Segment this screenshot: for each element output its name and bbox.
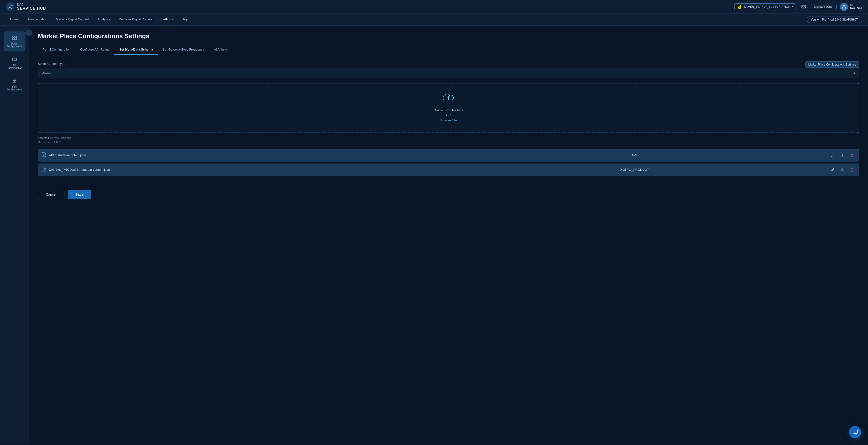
tab-portal-configuration[interactable]: Portal Configuration — [38, 45, 75, 55]
content-type-dropdown[interactable]: -None- ▾ — [38, 68, 859, 78]
svg-rect-15 — [12, 58, 17, 61]
logo-text: DAC SERVICE HUB — [17, 3, 46, 11]
svg-rect-11 — [12, 36, 14, 37]
nav-analytics[interactable]: Analytics — [93, 13, 115, 25]
svg-rect-12 — [15, 36, 17, 37]
sidebar-item-ui-customisation[interactable]: UICustomisation — [4, 53, 25, 73]
subscription-badge[interactable]: 💰 SILVER_YEARLY_SUBSCRIPTION ▾ — [734, 3, 796, 10]
delete-file-1-button[interactable] — [848, 152, 856, 159]
logo-icon — [6, 2, 14, 11]
drop-zone[interactable]: Drag & Drop file here OR Browse File — [38, 83, 859, 133]
tab-set-gateway-type-frequency[interactable]: Set Gateway Type Frequency — [158, 45, 209, 55]
user-greeting: Hi — [850, 3, 862, 6]
main-content: Market Place Configurations Settings Mar… — [29, 26, 868, 444]
file-icon-1 — [42, 152, 46, 158]
tabs: Portal Configuration Configure API Ratin… — [38, 45, 859, 55]
sso-configurations-icon — [11, 77, 18, 84]
sidebar-label-portal-configurations: PortalConfigurations — [6, 42, 22, 48]
download-file-1-button[interactable] — [839, 152, 846, 159]
svg-point-3 — [8, 8, 9, 9]
svg-point-19 — [14, 81, 15, 82]
max-file-size: Max file size: 2 MB — [38, 140, 859, 145]
page-title: Market Place Configurations Settings — [38, 32, 859, 40]
chevron-down-icon: ▾ — [854, 71, 855, 75]
drag-drop-text: Drag & Drop file here OR Browse File — [434, 108, 463, 123]
edit-file-1-button[interactable] — [829, 152, 836, 159]
main-nav-links: Home Administration Manage Digital Conte… — [6, 13, 192, 25]
upload-icon — [443, 93, 454, 105]
user-info: Hi Noel Vas — [850, 3, 862, 10]
button-row: Cancel Save — [38, 190, 859, 199]
top-bar-right: 💰 SILVER_YEARLY_SUBSCRIPTION ▾ DigitalAP… — [734, 3, 862, 11]
file-actions-2 — [829, 166, 856, 173]
logo-service-hub: SERVICE HUB — [17, 6, 46, 11]
nav-discover-digital-content[interactable]: Discover Digital Content — [115, 13, 157, 25]
chat-button[interactable] — [849, 426, 861, 438]
edit-file-2-button[interactable] — [829, 166, 836, 173]
collapse-icon: ‹ — [28, 31, 29, 35]
file-type-2: DIGITAL_PRODUCT — [439, 168, 829, 171]
subscription-label: SILVER_YEARLY_SUBSCRIPTION — [744, 5, 790, 8]
tab-ai-affinity[interactable]: AI Affinity — [209, 45, 232, 55]
svg-point-2 — [11, 5, 12, 6]
sidebar-label-sso-configurations: SSOConfigurations — [6, 85, 22, 91]
breadcrumb-tooltip: Market Place Configurations Settings — [805, 61, 859, 68]
svg-point-4 — [11, 8, 12, 9]
save-button[interactable]: Save — [68, 190, 91, 199]
version-badge[interactable]: Version: Pre-Prod-2.0.0-SNAPSHOT — [807, 16, 862, 23]
select-content-type-label: Select Content type — [38, 62, 859, 66]
sidebar: ‹ PortalConfigurations UICu — [0, 26, 29, 444]
tab-set-meta-data-schema[interactable]: Set Meta-Data Schema — [114, 45, 158, 55]
download-file-2-button[interactable] — [839, 166, 846, 173]
nav-help[interactable]: Help — [177, 13, 192, 25]
svg-rect-9 — [802, 5, 806, 8]
svg-point-1 — [8, 5, 9, 6]
file-info: Accepted file type: .json only Max file … — [38, 136, 859, 144]
nav-administration[interactable]: Administration — [23, 13, 52, 25]
nav-home[interactable]: Home — [6, 13, 23, 25]
portal-config-icon — [11, 34, 18, 41]
nav-manage-digital-content[interactable]: Manage Digital Content — [52, 13, 93, 25]
file-actions-1 — [829, 152, 856, 159]
browse-file-link[interactable]: Browse File — [440, 118, 457, 122]
delete-file-2-button[interactable] — [848, 166, 856, 173]
layout: ‹ PortalConfigurations UICu — [0, 26, 868, 444]
notification-icon[interactable] — [800, 3, 808, 11]
file-row: DIGITAL_PRODUCT.metadata-content.json DI… — [38, 164, 859, 176]
api-craft-badge[interactable]: DigitalAPICraft — [811, 4, 837, 10]
top-bar: DAC SERVICE HUB 💰 SILVER_YEARLY_SUBSCRIP… — [0, 0, 868, 13]
main-nav: Home Administration Manage Digital Conte… — [0, 13, 868, 26]
sidebar-collapse-button[interactable]: ‹ — [25, 30, 32, 36]
sidebar-item-sso-configurations[interactable]: SSOConfigurations — [4, 74, 25, 94]
file-icon-2 — [42, 167, 46, 173]
file-type-1: API — [439, 153, 829, 157]
file-name-1: API.metadata-content.json — [49, 153, 439, 157]
user-name: Noel Vas — [850, 6, 862, 10]
tab-configure-api-rating[interactable]: Configure API Rating — [75, 45, 114, 55]
logo-dac: DAC — [17, 3, 46, 6]
api-craft-label: DigitalAPICraft — [814, 5, 833, 8]
accepted-file-type: Accepted file type: .json only — [38, 136, 859, 140]
sidebar-label-ui-customisation: UICustomisation — [7, 64, 22, 70]
ui-customisation-icon — [11, 56, 18, 63]
chevron-down-icon: ▾ — [792, 5, 793, 8]
logo-area: DAC SERVICE HUB — [6, 2, 46, 11]
file-name-2: DIGITAL_PRODUCT.metadata-content.json — [49, 168, 439, 171]
divider — [38, 183, 859, 183]
sidebar-item-portal-configurations[interactable]: PortalConfigurations — [4, 31, 25, 51]
avatar — [840, 3, 848, 11]
svg-rect-13 — [12, 38, 14, 40]
svg-rect-14 — [15, 38, 17, 40]
user-area: Hi Noel Vas — [840, 3, 862, 11]
nav-settings[interactable]: Settings — [157, 13, 177, 25]
file-row: API.metadata-content.json API — [38, 149, 859, 162]
cancel-button[interactable]: Cancel — [38, 190, 64, 199]
dropdown-value: -None- — [42, 71, 52, 75]
